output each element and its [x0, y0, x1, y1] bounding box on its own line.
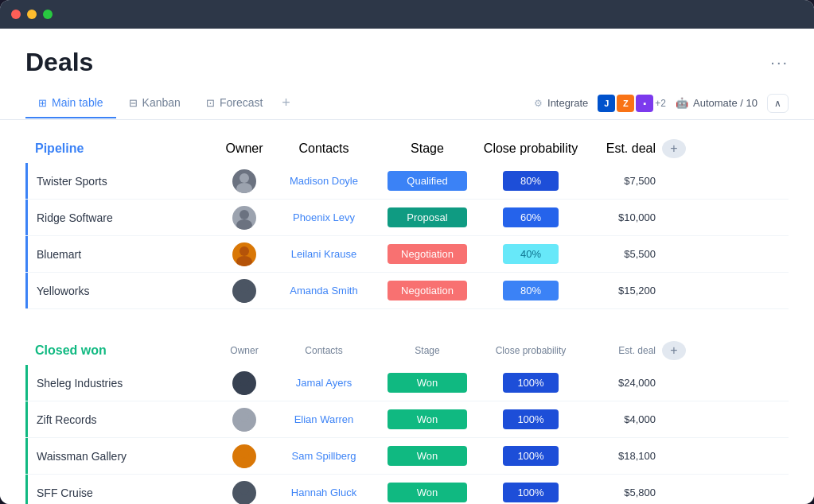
deal-name: Waissman Gallery	[25, 450, 216, 463]
automate-label: Automate / 10	[693, 97, 758, 109]
closed-won-header: Closed won Owner Contacts Stage Close pr…	[25, 341, 789, 365]
tab-main-table-label: Main table	[52, 96, 103, 109]
pipeline-header: Pipeline Owner Contacts Stage Close prob…	[25, 139, 789, 163]
prob-badge: 40%	[503, 244, 559, 264]
row-indicator	[25, 401, 28, 437]
closed-won-contacts-col: Contacts	[272, 345, 376, 356]
owner-avatar	[216, 242, 272, 266]
pipeline-contacts-col-header: Contacts	[272, 142, 376, 156]
row-indicator	[25, 438, 28, 474]
deal-value: $5,500	[582, 248, 662, 260]
main-content: Pipeline Owner Contacts Stage Close prob…	[0, 120, 814, 504]
pipeline-title: Pipeline	[35, 142, 84, 155]
pipeline-row-2: Ridge Software Phoenix Levy Proposal 60%…	[25, 200, 789, 236]
row-indicator	[25, 163, 28, 199]
integrate-button[interactable]: ⚙ Integrate	[534, 97, 588, 109]
owner-avatar	[216, 279, 272, 303]
page-header: Deals ···	[0, 29, 814, 77]
pipeline-add-col-button[interactable]: +	[662, 139, 686, 158]
closed-won-owner-col: Owner	[216, 345, 272, 356]
avatar	[232, 408, 256, 432]
svg-point-10	[240, 412, 249, 421]
row-indicator	[25, 200, 28, 235]
contact-name[interactable]: Phoenix Levy	[272, 211, 376, 223]
svg-point-11	[236, 421, 252, 432]
closed-won-section: Closed won Owner Contacts Stage Close pr…	[25, 341, 789, 504]
closed-won-title: Closed won	[35, 343, 107, 357]
stage-cell: Won	[376, 483, 479, 502]
contact-name[interactable]: Leilani Krause	[272, 248, 376, 260]
close-dot[interactable]	[11, 10, 21, 19]
add-tab-button[interactable]: +	[275, 87, 297, 119]
prob-cell: 80%	[479, 281, 582, 300]
tab-main-table[interactable]: ⊞ Main table	[25, 88, 116, 118]
pipeline-stage-col-header: Stage	[376, 142, 479, 156]
prob-badge: 80%	[503, 281, 559, 300]
avatar	[232, 279, 256, 303]
prob-cell: 100%	[479, 483, 582, 502]
maximize-dot[interactable]	[43, 10, 53, 19]
svg-point-0	[240, 173, 249, 183]
prob-badge: 100%	[503, 483, 559, 502]
prob-cell: 100%	[479, 446, 582, 466]
stage-badge: Won	[388, 409, 467, 429]
avatar	[232, 242, 256, 266]
closed-won-row-1: Sheleg Industries Jamal Ayers Won 100% $…	[25, 365, 789, 401]
pipeline-section: Pipeline Owner Contacts Stage Close prob…	[25, 139, 789, 309]
svg-point-1	[236, 183, 252, 193]
avatar	[232, 444, 256, 468]
stage-badge: Negotiation	[388, 244, 467, 264]
collapse-button[interactable]: ∧	[767, 94, 789, 113]
pipeline-row-1: Twister Sports Madison Doyle Qualified 8…	[25, 163, 789, 200]
contact-name[interactable]: Jamal Ayers	[272, 377, 376, 389]
deal-value: $15,200	[582, 285, 662, 297]
contact-name[interactable]: Madison Doyle	[272, 175, 376, 187]
app-window: Deals ··· ⊞ Main table ⊟ Kanban ⊡ Foreca…	[0, 0, 814, 504]
prob-badge: 80%	[503, 171, 559, 191]
svg-point-5	[236, 256, 252, 266]
closed-won-row-3: Waissman Gallery Sam Spillberg Won 100% …	[25, 438, 789, 475]
svg-point-14	[240, 485, 249, 494]
contact-name[interactable]: Sam Spillberg	[272, 450, 376, 462]
stage-badge: Qualified	[388, 171, 467, 191]
prob-badge: 100%	[503, 446, 559, 466]
closed-won-deal-col: Est. deal	[582, 345, 662, 356]
stage-badge: Won	[388, 373, 467, 393]
pipeline-deal-col-header: Est. deal	[582, 142, 662, 156]
stage-cell: Proposal	[376, 207, 479, 227]
deal-name: SFF Cruise	[25, 487, 216, 499]
deal-value: $5,800	[582, 487, 662, 498]
deal-value: $7,500	[582, 175, 662, 187]
closed-won-prob-col: Close probability	[479, 345, 582, 356]
tab-forecast[interactable]: ⊡ Forecast	[193, 88, 275, 118]
owner-avatar	[216, 206, 272, 230]
more-options-button[interactable]: ···	[770, 53, 789, 72]
titlebar	[0, 0, 814, 29]
prob-badge: 100%	[503, 373, 559, 393]
row-indicator	[25, 365, 28, 401]
stage-cell: Negotiation	[376, 244, 479, 264]
integrations-count: +2	[655, 98, 666, 109]
deal-value: $4,000	[582, 413, 662, 425]
contact-name[interactable]: Amanda Smith	[272, 285, 376, 297]
svg-point-4	[240, 246, 249, 256]
closed-won-row-2: Zift Records Elian Warren Won 100% $4,00…	[25, 401, 789, 438]
pipeline-owner-col-header: Owner	[216, 142, 272, 156]
stage-badge: Won	[388, 483, 467, 502]
deal-name: Ridge Software	[25, 211, 216, 224]
contact-name[interactable]: Hannah Gluck	[272, 487, 376, 498]
tabs-right: ⚙ Integrate J Z ▪ +2 🤖 Automate / 10 ∧	[534, 94, 789, 113]
minimize-dot[interactable]	[27, 10, 37, 19]
closed-won-add-col-button[interactable]: +	[662, 341, 686, 360]
stage-cell: Won	[376, 409, 479, 429]
stage-cell: Won	[376, 446, 479, 466]
svg-point-9	[236, 385, 252, 395]
stage-badge: Won	[388, 446, 467, 466]
contact-name[interactable]: Elian Warren	[272, 413, 376, 425]
avatar	[232, 169, 256, 193]
integration-icon-2: Z	[617, 95, 634, 112]
stage-cell: Won	[376, 373, 479, 393]
automate-button[interactable]: 🤖 Automate / 10	[676, 97, 758, 109]
tab-kanban[interactable]: ⊟ Kanban	[116, 88, 193, 118]
deal-name: Yelloworks	[25, 285, 216, 297]
